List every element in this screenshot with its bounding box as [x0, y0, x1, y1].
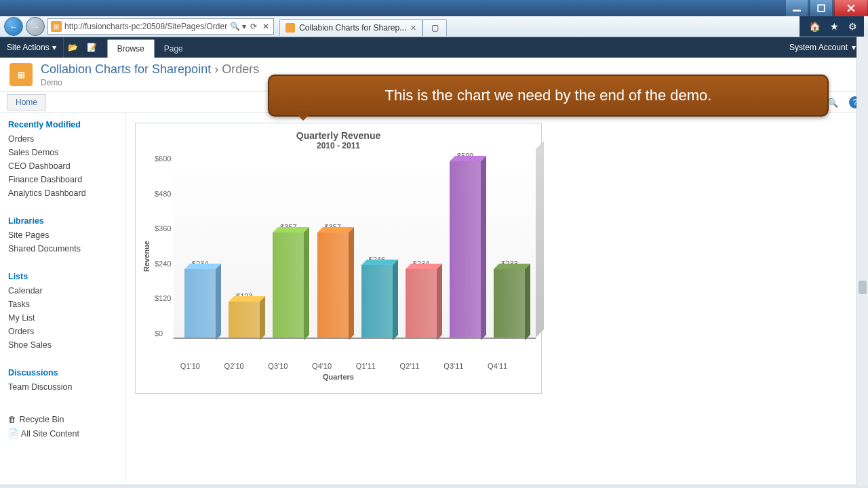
- chart-x-tick: Q3'10: [260, 362, 296, 370]
- window-close-button[interactable]: [834, 0, 868, 16]
- chart-x-tick: Q2'11: [391, 362, 428, 370]
- home-icon[interactable]: 🏠: [809, 21, 821, 32]
- favicon-icon: ⊞: [51, 21, 62, 32]
- window-maximize-button[interactable]: [810, 0, 833, 16]
- page-content: Quarterly Revenue 2010 - 2011 Revenue $6…: [125, 113, 868, 485]
- chart-y-tick: $0: [155, 329, 171, 338]
- chart-x-tick: Q1'10: [172, 362, 208, 370]
- site-actions-label: Site Actions: [7, 43, 50, 52]
- ql-heading-discussions: Discussions: [8, 368, 117, 378]
- ql-heading-recently-modified: Recently Modified: [8, 120, 117, 129]
- stop-icon[interactable]: ✕: [261, 22, 271, 31]
- chart-bar-0[interactable]: $234: [182, 260, 218, 338]
- ql-list-item-1[interactable]: Tasks: [8, 298, 117, 311]
- chevron-down-icon: ▾: [852, 43, 856, 52]
- svg-rect-0: [793, 9, 801, 11]
- ribbon-tab-page[interactable]: Page: [155, 40, 193, 58]
- ql-recycle-label: Recycle Bin: [19, 415, 64, 424]
- quick-launch-nav: Recently Modified OrdersSales DemosCEO D…: [0, 113, 125, 485]
- edit-page-icon[interactable]: 📝: [83, 42, 102, 53]
- chart-x-tick: Q1'11: [347, 362, 384, 370]
- chart-x-tick: Q4'10: [304, 362, 340, 370]
- user-menu[interactable]: System Account ▾: [777, 43, 868, 52]
- chart-bar-1[interactable]: $123: [226, 292, 262, 338]
- chart-x-tick: Q3'11: [435, 362, 472, 370]
- ql-recent-item-0[interactable]: Orders: [8, 132, 117, 146]
- window-minimize-button[interactable]: [785, 0, 808, 16]
- chart-subtitle: 2010 - 2011: [141, 141, 536, 150]
- window-titlebar: [0, 0, 868, 16]
- favorites-icon[interactable]: ★: [830, 21, 839, 32]
- ql-all-site-content[interactable]: 📄 All Site Content: [8, 426, 117, 441]
- chart-x-ticks: Q1'10Q2'10Q3'10Q4'10Q1'11Q2'11Q3'11Q4'11: [141, 362, 536, 370]
- page-description: Demo: [41, 78, 259, 87]
- ql-list-item-3[interactable]: Orders: [8, 325, 117, 338]
- ql-heading-lists: Lists: [8, 272, 117, 281]
- ql-list-item-4[interactable]: Shoe Sales: [8, 338, 117, 352]
- scrollbar-thumb[interactable]: [859, 281, 867, 294]
- address-bar[interactable]: ⊞ http://fusioncharts-pc:20508/SitePages…: [47, 18, 274, 35]
- ql-discussion-item-0[interactable]: Team Discussion: [8, 380, 117, 394]
- new-tab-button[interactable]: ▢: [422, 19, 447, 36]
- chart-y-axis-label: Revenue: [141, 155, 152, 358]
- address-bar-text: http://fusioncharts-pc:20508/SitePages/O…: [64, 22, 227, 31]
- ribbon-tab-browse[interactable]: Browse: [107, 39, 155, 58]
- ql-list-item-0[interactable]: Calendar: [8, 284, 117, 298]
- browser-forward-button[interactable]: →: [26, 17, 45, 36]
- refresh-icon[interactable]: ⟳: [249, 22, 258, 31]
- vertical-scrollbar[interactable]: [856, 37, 868, 485]
- chart-bar-6[interactable]: $599: [447, 152, 484, 338]
- ql-allcontent-label: All Site Content: [21, 429, 79, 439]
- navigate-up-icon[interactable]: 📂: [64, 42, 83, 53]
- browser-tab-title: Collabion Charts for Sharep...: [299, 23, 406, 33]
- ql-heading-libraries: Libraries: [8, 216, 117, 226]
- search-icon[interactable]: 🔍: [230, 22, 239, 31]
- ql-list-item-2[interactable]: My List: [8, 311, 117, 325]
- chart-webpart: Quarterly Revenue 2010 - 2011 Revenue $6…: [135, 123, 542, 394]
- browser-command-bar: 🏠 ★ ⚙: [800, 16, 864, 37]
- ql-recent-item-3[interactable]: Finance Dashboard: [8, 173, 117, 186]
- chart-plot-area: $234$123$357$357$246$234$599$233: [174, 155, 536, 339]
- ql-recent-item-4[interactable]: Analytics Dashboard: [8, 186, 117, 200]
- tab-close-icon[interactable]: ✕: [410, 24, 416, 33]
- chart-y-tick: $360: [155, 224, 171, 232]
- chart-bar-3[interactable]: $357: [315, 223, 351, 338]
- svg-rect-1: [818, 5, 825, 12]
- chart-y-tick: $240: [155, 260, 171, 268]
- sp-ribbon: Site Actions ▾ 📂 📝 Browse Page System Ac…: [0, 37, 868, 58]
- site-logo-icon[interactable]: ⊞: [9, 63, 33, 86]
- ql-recent-item-2[interactable]: CEO Dashboard: [8, 159, 117, 173]
- chart-y-tick: $120: [155, 294, 171, 302]
- ql-recycle-bin[interactable]: 🗑 Recycle Bin: [8, 413, 117, 426]
- ql-recent-item-1[interactable]: Sales Demos: [8, 146, 117, 159]
- chart-x-axis-label: Quarters: [141, 373, 536, 381]
- chart-y-tick: $600: [155, 155, 171, 163]
- address-dropdown-icon[interactable]: ▾: [242, 22, 246, 31]
- browser-toolbar: ← → ⊞ http://fusioncharts-pc:20508/SiteP…: [0, 16, 868, 37]
- tutorial-callout: This is the chart we need by the end of …: [268, 75, 829, 117]
- site-actions-menu[interactable]: Site Actions ▾: [0, 37, 64, 58]
- chart-title: Quarterly Revenue: [141, 130, 536, 141]
- chart-y-ticks: $600$480$360$240$120$0: [152, 155, 174, 338]
- chart-bar-4[interactable]: $246: [359, 256, 395, 338]
- breadcrumb-page: Orders: [222, 62, 259, 76]
- tab-favicon-icon: [285, 23, 295, 33]
- chart-bar-2[interactable]: $357: [270, 223, 307, 338]
- browser-statusbar: [0, 485, 868, 488]
- browser-back-button[interactable]: ←: [4, 17, 23, 36]
- chart-bar-5[interactable]: $234: [403, 260, 439, 338]
- chevron-down-icon: ▾: [52, 43, 56, 52]
- chart-x-tick: Q4'11: [479, 362, 516, 370]
- chart-bar-7[interactable]: $233: [491, 260, 528, 338]
- browser-tab-active[interactable]: Collabion Charts for Sharep... ✕: [279, 19, 422, 36]
- chart-y-tick: $480: [155, 190, 171, 198]
- tutorial-callout-text: This is the chart we need by the end of …: [385, 87, 712, 104]
- topnav-home[interactable]: Home: [7, 94, 46, 110]
- user-menu-label: System Account: [789, 43, 848, 52]
- breadcrumb-sep: ›: [214, 62, 218, 76]
- ql-library-item-0[interactable]: Site Pages: [8, 228, 117, 242]
- browser-tabstrip: Collabion Charts for Sharep... ✕ ▢: [279, 17, 447, 36]
- tools-icon[interactable]: ⚙: [848, 21, 857, 32]
- breadcrumb-site[interactable]: Collabion Charts for Sharepoint: [41, 62, 211, 76]
- ql-library-item-1[interactable]: Shared Documents: [8, 242, 117, 256]
